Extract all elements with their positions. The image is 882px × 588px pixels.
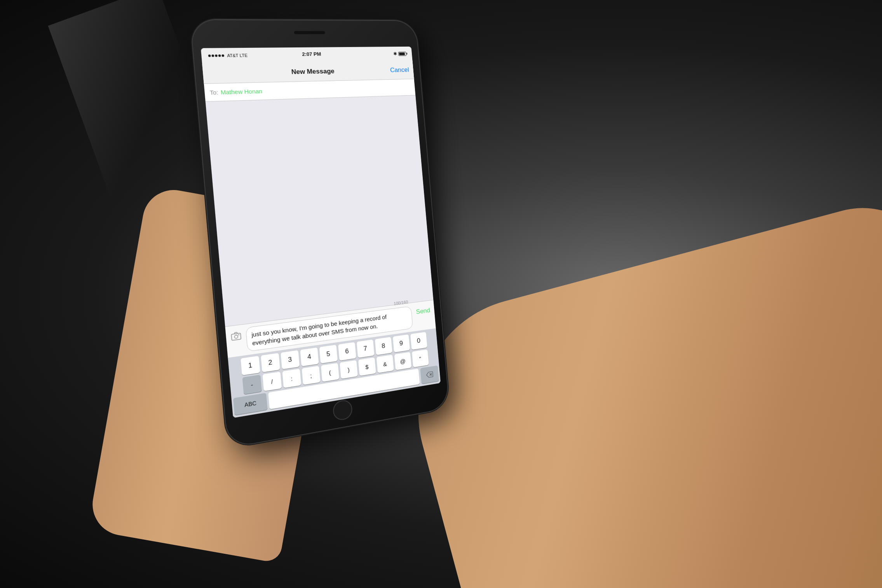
phone-screen: AT&T LTE 2:07 PM ✱ New Message Cancel (201, 47, 441, 418)
send-button[interactable]: Send (414, 304, 432, 318)
status-time: 2:07 PM (302, 51, 321, 57)
svg-rect-0 (231, 333, 241, 340)
side-button (422, 94, 425, 117)
key-dollar[interactable]: $ (358, 358, 376, 376)
battery-indicator (398, 52, 406, 56)
carrier-label: AT&T LTE (227, 53, 248, 58)
status-left: AT&T LTE (208, 53, 248, 58)
key-semicolon[interactable]: ; (302, 366, 320, 385)
key-3[interactable]: 3 (281, 350, 300, 369)
battery-fill (399, 52, 405, 55)
key-7[interactable]: 7 (356, 340, 374, 358)
signal-indicator (208, 54, 225, 57)
home-button[interactable] (332, 399, 353, 421)
key-at[interactable]: @ (394, 352, 411, 370)
key-slash[interactable]: / (262, 372, 282, 391)
key-rparen[interactable]: ) (340, 360, 357, 379)
delete-icon (426, 371, 433, 378)
cancel-button[interactable]: Cancel (390, 66, 409, 74)
key-2[interactable]: 2 (261, 353, 280, 372)
abc-key[interactable]: ABC (233, 393, 268, 415)
key-4[interactable]: 4 (300, 347, 319, 366)
key-amp[interactable]: & (376, 355, 394, 373)
recipient-name: Mathew Honan (220, 88, 262, 96)
key-5[interactable]: 5 (319, 345, 337, 363)
key-quote[interactable]: " (412, 349, 429, 368)
signal-dot-2 (211, 54, 214, 57)
svg-point-1 (234, 335, 238, 338)
key-colon[interactable]: : (282, 369, 301, 388)
bluetooth-icon: ✱ (393, 51, 397, 57)
battery-body (398, 52, 406, 56)
key-9[interactable]: 9 (392, 334, 410, 352)
key-8[interactable]: 8 (375, 337, 392, 355)
key-6[interactable]: 6 (338, 342, 356, 361)
scene: AT&T LTE 2:07 PM ✱ New Message Cancel (0, 0, 882, 588)
status-right: ✱ (393, 51, 406, 56)
signal-dot-5 (221, 54, 224, 57)
key-lparen[interactable]: ( (321, 363, 339, 382)
key-1[interactable]: 1 (241, 356, 260, 375)
phone-speaker (294, 31, 325, 34)
signal-dot-4 (218, 54, 221, 57)
delete-key[interactable] (420, 365, 439, 384)
key-0[interactable]: 0 (410, 332, 427, 350)
signal-dot-3 (215, 54, 218, 57)
to-label: To: (209, 89, 218, 96)
nav-title: New Message (291, 67, 335, 76)
phone: AT&T LTE 2:07 PM ✱ New Message Cancel (191, 20, 449, 448)
svg-rect-2 (238, 334, 239, 335)
key-dash[interactable]: - (242, 375, 261, 394)
message-body-area (206, 95, 434, 326)
signal-dot-1 (208, 54, 211, 57)
camera-icon (231, 332, 242, 341)
camera-button[interactable] (229, 329, 243, 344)
hand-right (392, 190, 882, 588)
